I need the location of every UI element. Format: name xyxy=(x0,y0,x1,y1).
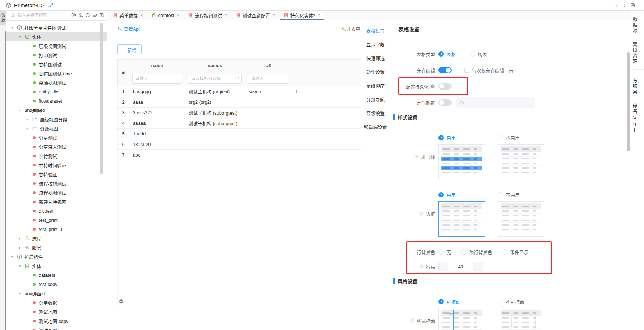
preview-bordered[interactable] xyxy=(438,201,485,237)
chevron-down-icon[interactable]: ▾ xyxy=(11,255,17,259)
view-api-link[interactable]: 查看Api xyxy=(118,25,140,32)
link-icon[interactable] xyxy=(48,2,53,8)
tree-item[interactable]: 分享测试 xyxy=(6,133,107,142)
radio-option[interactable]: 表格 xyxy=(438,51,456,57)
settings-menu-item-3[interactable]: 动作设置 xyxy=(361,65,390,79)
radio-button[interactable] xyxy=(470,51,475,57)
settings-menu-item-0[interactable]: 表格设置 xyxy=(361,24,390,38)
radio-button[interactable] xyxy=(438,135,444,140)
chevron-down-icon[interactable]: ▾ xyxy=(19,35,25,39)
radio-button[interactable] xyxy=(438,51,444,57)
radio-button[interactable] xyxy=(461,249,466,255)
chevron-down-icon[interactable]: ▾ xyxy=(19,264,25,268)
settings-menu-item-6[interactable]: 高级设置 xyxy=(361,106,390,120)
tab-1[interactable]: datatest× xyxy=(147,11,184,20)
tree-item[interactable]: 甘特测试 xyxy=(6,151,107,160)
filter-input[interactable] xyxy=(132,74,182,84)
close-icon[interactable]: × xyxy=(272,13,275,18)
filter-input[interactable] xyxy=(248,74,289,84)
chevron-left-icon[interactable]: ‹ xyxy=(612,2,620,8)
radio-button[interactable] xyxy=(438,299,444,304)
preview-dragoff[interactable] xyxy=(498,308,544,330)
tree-item[interactable]: 测试地图-copy xyxy=(6,316,107,325)
tree-item[interactable]: 资源视图测试 xyxy=(6,78,107,87)
tree-item[interactable]: datatest xyxy=(6,270,107,280)
tree-item[interactable]: 甘特验证 xyxy=(6,170,107,179)
column-header[interactable]: name xyxy=(129,60,185,71)
radio-button[interactable] xyxy=(438,249,444,255)
rail-tab-resources[interactable]: 资源 xyxy=(0,11,6,25)
radio-option[interactable]: 启用 xyxy=(438,134,485,141)
close-icon[interactable]: × xyxy=(225,13,227,18)
tree-item[interactable]: 甘特图测试-time xyxy=(6,69,107,78)
tab-3[interactable]: 测试画廊配置× xyxy=(232,11,280,20)
info-icon[interactable]: i xyxy=(430,84,435,89)
preview-drag[interactable] xyxy=(438,308,485,330)
radio-button[interactable] xyxy=(438,192,444,197)
tree-item[interactable]: ▾实体 xyxy=(6,32,107,41)
tree-item[interactable]: flowdataset xyxy=(6,96,107,105)
tree-item[interactable]: 层级视图测试 xyxy=(6,41,107,50)
tree-item[interactable]: ▾打印分享甘特图测试 xyxy=(6,23,107,32)
tree-item[interactable]: 新建甘特视图 xyxy=(6,197,107,206)
settings-menu-item-2[interactable]: 快速筛选 xyxy=(361,51,390,65)
tree-item[interactable]: 甘特时间验证 xyxy=(6,160,107,170)
settings-menu-item-1[interactable]: 显示字段 xyxy=(361,38,390,51)
rail-tab-0[interactable]: 数据源 xyxy=(631,14,644,39)
tree-item[interactable]: ▾undefined页面 xyxy=(6,105,107,115)
close-icon[interactable]: × xyxy=(177,13,180,18)
toggle-switch[interactable] xyxy=(438,83,452,90)
tree-item[interactable]: ▾undefined页面 xyxy=(6,289,107,298)
filter-input[interactable] xyxy=(188,74,242,84)
panel-icon[interactable] xyxy=(99,13,104,18)
tree-item[interactable]: ▸流程 xyxy=(6,234,107,243)
chevron-down-icon[interactable]: ▾ xyxy=(11,26,17,30)
preview-plain[interactable] xyxy=(498,201,544,237)
radio-option[interactable]: 启用 xyxy=(438,191,485,198)
radio-option[interactable]: 条件显示 xyxy=(502,249,528,255)
tree-item[interactable]: dicttest xyxy=(6,206,107,215)
search-input[interactable] xyxy=(18,13,70,18)
table-row[interactable]: 2aaaaorg2 (org2) xyxy=(117,97,361,108)
table-row[interactable]: 4aaaaa测试子机构 (suborgtest) xyxy=(117,118,361,129)
decrement-button[interactable]: − xyxy=(438,262,448,271)
tree-item[interactable]: 测试地图 xyxy=(6,307,107,316)
table-row[interactable]: 1baqqqqq测试主机构 (orgtest)seeeef xyxy=(117,86,361,97)
column-header[interactable]: names xyxy=(185,60,245,71)
tree-item[interactable]: entity_dict xyxy=(6,87,107,96)
list-icon[interactable] xyxy=(92,13,97,18)
tab-2[interactable]: 流程按钮测试× xyxy=(184,11,232,20)
preview-zebra[interactable] xyxy=(438,144,485,179)
table-row[interactable]: 7abc xyxy=(117,150,361,160)
tab-4[interactable]: 持久化实体*× xyxy=(280,11,325,20)
chevron-down-icon[interactable]: ▾ xyxy=(19,292,25,295)
table-row[interactable]: 613:23:20 xyxy=(117,139,361,150)
tree-item[interactable]: ▾扩展组件 xyxy=(6,252,107,261)
save-icon[interactable] xyxy=(630,2,636,8)
tab-0[interactable]: 菜单数据× xyxy=(109,11,147,20)
ai-icon[interactable]: AI xyxy=(71,13,76,18)
radio-button[interactable] xyxy=(498,299,503,304)
radio-button[interactable] xyxy=(502,249,507,255)
toggle-switch[interactable] xyxy=(438,67,452,73)
chevron-right-icon[interactable]: ▸ xyxy=(19,246,25,250)
refresh-icon[interactable] xyxy=(85,13,90,18)
close-icon[interactable]: × xyxy=(318,13,320,18)
chevron-down-icon[interactable]: ▾ xyxy=(19,108,25,112)
tree-item[interactable]: 菜单数据 xyxy=(6,298,107,307)
add-button[interactable]: + 新增 xyxy=(117,44,142,55)
tree-item[interactable]: ▸资源视图 xyxy=(6,124,107,133)
radio-button[interactable] xyxy=(498,192,503,197)
settings-menu-item-5[interactable]: 分组导航 xyxy=(361,93,390,106)
settings-menu-item-7[interactable]: 移动端设置 xyxy=(361,120,390,134)
radio-option[interactable]: 可拖动 xyxy=(438,298,485,305)
tree-item[interactable]: ▾实体 xyxy=(6,261,107,270)
table-row[interactable]: 33asss222测试子机构 (suborgtest) xyxy=(117,108,361,118)
table-row[interactable]: 51addd xyxy=(117,129,361,139)
stepper-value[interactable]: 40 xyxy=(448,262,473,271)
close-icon[interactable]: × xyxy=(140,13,143,18)
tree-item[interactable]: 分享深入测试 xyxy=(6,142,107,151)
tree-item[interactable]: 甘特图测试 xyxy=(6,60,107,69)
chevron-right-icon[interactable]: ▸ xyxy=(27,127,32,130)
rail-tab-3[interactable]: 命名Sql xyxy=(631,100,644,139)
